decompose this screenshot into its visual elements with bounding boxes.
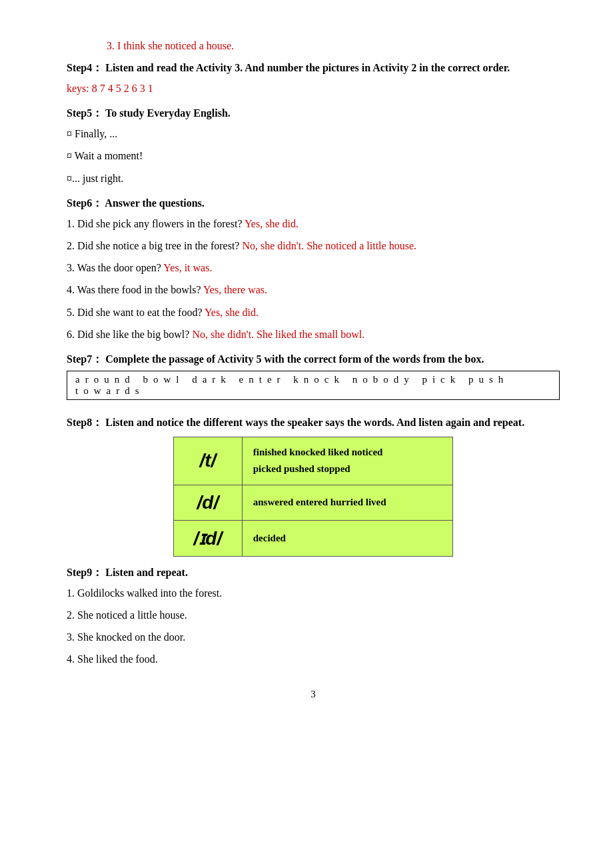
step6-q5-text: 5. Did she want to eat the food? — [67, 307, 203, 318]
step6-q4-text: 4. Was there food in the bowls? — [67, 284, 201, 295]
step6-q5-answer: Yes, she did. — [203, 307, 259, 318]
step9-item-4: 4. She liked the food. — [67, 650, 560, 668]
phonics-words-id: decided — [242, 520, 452, 556]
step4-keys: keys: 8 7 4 5 2 6 3 1 — [67, 79, 560, 97]
step9-title: Step9： Listen and repeat. — [67, 566, 560, 580]
step6-q1: 1. Did she pick any flowers in the fores… — [67, 215, 560, 233]
step4-section: Step4： Listen and read the Activity 3. A… — [67, 61, 560, 97]
intro-line: 3. I think she noticed a house. — [67, 40, 560, 52]
step7-title: Step7： Complete the passage of Activity … — [67, 353, 560, 367]
step6-q6: 6. Did she like the big bowl? No, she di… — [67, 325, 560, 343]
step8-section: Step8： Listen and notice the different w… — [67, 416, 560, 557]
phonics-symbol-d: /d/ — [174, 485, 243, 520]
page-number: 3 — [67, 689, 560, 700]
step6-q3: 3. Was the door open? Yes, it was. — [67, 259, 560, 277]
step6-q6-answer: No, she didn't. She liked the small bowl… — [189, 329, 364, 340]
phonics-row-d: /d/ answered entered hurried lived — [174, 485, 453, 520]
step5-item-3: ¤... just right. — [67, 169, 560, 187]
step6-q4-answer: Yes, there was. — [201, 284, 267, 295]
step6-q6-text: 6. Did she like the big bowl? — [67, 329, 189, 340]
step6-q2-text: 2. Did she notice a big tree in the fore… — [67, 240, 239, 251]
phonics-symbol-id: /ɪd/ — [174, 520, 243, 556]
step6-q3-text: 3. Was the door open? — [67, 262, 161, 273]
step6-q5: 5. Did she want to eat the food? Yes, sh… — [67, 303, 560, 321]
step7-section: Step7： Complete the passage of Activity … — [67, 353, 560, 407]
phonics-words-d: answered entered hurried lived — [242, 485, 452, 520]
step5-item-2: ¤ Wait a moment! — [67, 147, 560, 165]
step6-q2: 2. Did she notice a big tree in the fore… — [67, 237, 560, 255]
phonics-row-t: /t/ finished knocked liked noticed picke… — [174, 437, 453, 485]
phonics-table: /t/ finished knocked liked noticed picke… — [173, 437, 453, 557]
phonics-row-id: /ɪd/ decided — [174, 520, 453, 556]
step6-q1-answer: Yes, she did. — [242, 218, 298, 229]
step9-item-1: 1. Goldilocks walked into the forest. — [67, 584, 560, 602]
step6-q3-answer: Yes, it was. — [161, 262, 212, 273]
step6-q2-answer: No, she didn't. She noticed a little hou… — [239, 240, 416, 251]
step6-q4: 4. Was there food in the bowls? Yes, the… — [67, 281, 560, 299]
step8-title: Step8： Listen and notice the different w… — [67, 416, 560, 430]
intro-text: 3. I think she noticed a house. — [107, 40, 234, 51]
step9-item-3: 3. She knocked on the door. — [67, 628, 560, 646]
step7-word-box: around bowl dark enter knock nobody pick… — [67, 371, 560, 407]
step9-item-2: 2. She noticed a little house. — [67, 606, 560, 624]
step5-item-1: ¤ Finally, ... — [67, 125, 560, 143]
step5-title: Step5： To study Everyday English. — [67, 107, 560, 121]
phonics-words-t: finished knocked liked noticed picked pu… — [242, 437, 452, 485]
step4-title: Step4： Listen and read the Activity 3. A… — [67, 61, 560, 75]
step6-q1-text: 1. Did she pick any flowers in the fores… — [67, 218, 242, 229]
phonics-symbol-t: /t/ — [174, 437, 243, 485]
step7-words: around bowl dark enter knock nobody pick… — [67, 371, 560, 400]
step6-title: Step6： Answer the questions. — [67, 197, 560, 211]
step6-section: Step6： Answer the questions. 1. Did she … — [67, 197, 560, 343]
step9-section: Step9： Listen and repeat. 1. Goldilocks … — [67, 566, 560, 669]
step5-section: Step5： To study Everyday English. ¤ Fina… — [67, 107, 560, 187]
